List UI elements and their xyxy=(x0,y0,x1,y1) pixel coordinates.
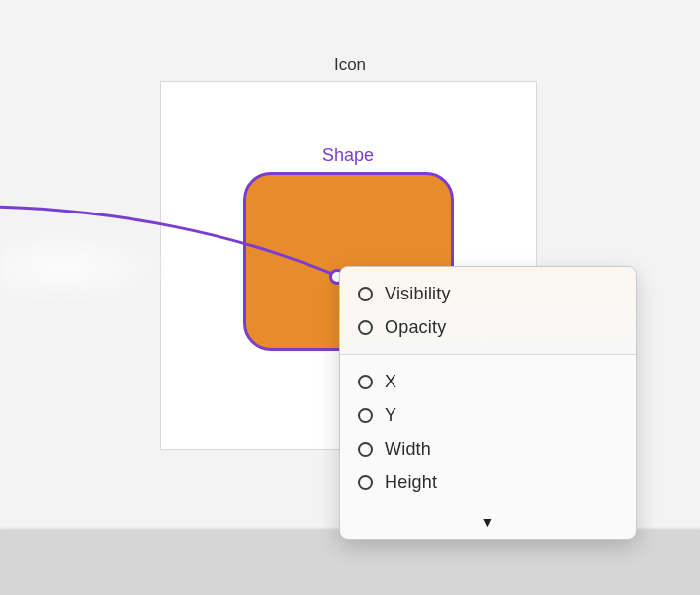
radio-unselected-icon xyxy=(358,287,373,301)
property-row-y[interactable]: Y xyxy=(354,398,622,432)
radio-unselected-icon xyxy=(358,475,373,490)
radio-unselected-icon xyxy=(358,408,373,423)
property-row-visibility[interactable]: Visibility xyxy=(354,277,622,310)
shape-label: Shape xyxy=(234,145,462,166)
chevron-down-icon: ▼ xyxy=(481,515,495,529)
property-row-opacity[interactable]: Opacity xyxy=(354,310,622,344)
radio-unselected-icon xyxy=(358,375,373,389)
radio-unselected-icon xyxy=(358,442,373,457)
popover-section-geometry: X Y Width Height xyxy=(340,355,636,509)
property-row-x[interactable]: X xyxy=(354,365,622,398)
property-label: Y xyxy=(385,405,396,426)
popover-section-appearance: Visibility Opacity xyxy=(340,267,636,354)
artboard-title: Icon xyxy=(0,55,700,75)
property-label: X xyxy=(385,372,396,392)
property-label: Opacity xyxy=(385,317,446,338)
property-row-width[interactable]: Width xyxy=(354,432,622,466)
property-label: Width xyxy=(385,439,431,460)
property-row-height[interactable]: Height xyxy=(354,466,622,499)
property-label: Height xyxy=(385,472,437,493)
property-binding-popover: Visibility Opacity X Y Width Height ▼ xyxy=(339,266,637,540)
radio-unselected-icon xyxy=(358,320,373,335)
property-label: Visibility xyxy=(385,284,451,304)
popover-more-indicator[interactable]: ▼ xyxy=(340,509,636,539)
